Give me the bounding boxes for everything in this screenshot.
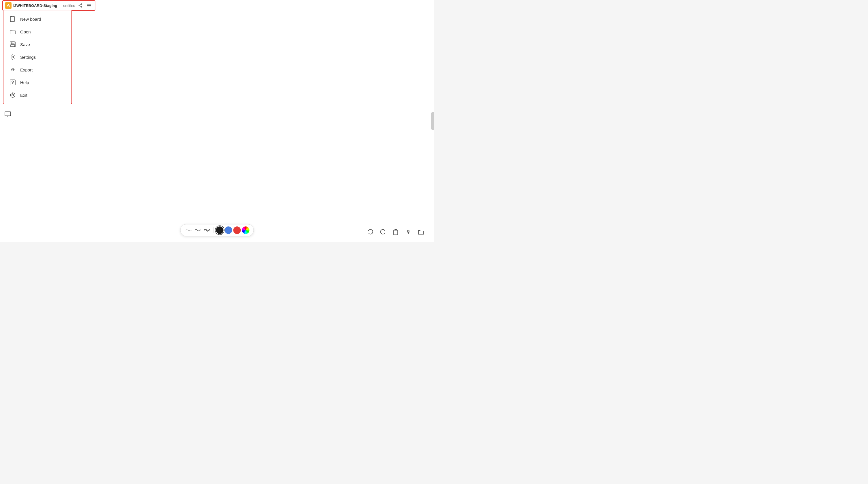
svg-point-18 bbox=[12, 84, 13, 84]
app-title-bar: i3WHITEBOARD-Staging untitled bbox=[2, 0, 95, 11]
redo-button[interactable] bbox=[379, 228, 387, 236]
svg-point-29 bbox=[407, 230, 409, 232]
menu-item-help[interactable]: Help bbox=[3, 76, 71, 89]
folder-button[interactable] bbox=[417, 228, 425, 236]
svg-point-20 bbox=[12, 94, 13, 96]
board-title-label[interactable]: untitled bbox=[63, 3, 75, 8]
menu-item-settings[interactable]: Settings bbox=[3, 51, 71, 63]
menu-label-open: Open bbox=[20, 29, 31, 34]
stroke-medium-option[interactable] bbox=[194, 226, 202, 234]
pin-button[interactable] bbox=[404, 228, 413, 236]
clipboard-button[interactable] bbox=[391, 228, 400, 236]
menu-item-exit[interactable]: Exit bbox=[3, 89, 71, 101]
svg-point-16 bbox=[12, 56, 13, 58]
clipboard-icon bbox=[393, 229, 399, 235]
exit-icon bbox=[9, 92, 16, 99]
stroke-thick-icon bbox=[204, 228, 211, 232]
svg-rect-11 bbox=[10, 17, 14, 22]
menu-label-export: Export bbox=[20, 67, 33, 72]
menu-item-save[interactable]: Save bbox=[3, 38, 71, 51]
stroke-thin-option[interactable] bbox=[185, 226, 193, 234]
color-black-button[interactable] bbox=[216, 226, 224, 234]
app-name-label: i3WHITEBOARD-Staging bbox=[13, 3, 57, 8]
svg-rect-28 bbox=[394, 230, 398, 235]
svg-rect-13 bbox=[11, 42, 14, 44]
svg-point-3 bbox=[81, 6, 82, 7]
svg-rect-25 bbox=[5, 112, 11, 116]
new-board-icon bbox=[9, 15, 16, 23]
share-icon bbox=[78, 3, 83, 8]
color-rainbow-button[interactable] bbox=[242, 226, 250, 234]
bottom-right-actions bbox=[366, 228, 425, 236]
menu-label-save: Save bbox=[20, 42, 30, 47]
help-icon bbox=[9, 79, 16, 86]
menu-label-settings: Settings bbox=[20, 55, 36, 60]
menu-label-new-board: New board bbox=[20, 17, 41, 22]
header: i3WHITEBOARD-Staging untitled bbox=[0, 0, 434, 11]
monitor-icon bbox=[4, 111, 11, 118]
color-red-button[interactable] bbox=[234, 226, 241, 234]
stroke-thick-option[interactable] bbox=[203, 226, 211, 234]
svg-rect-14 bbox=[11, 45, 15, 47]
settings-icon bbox=[9, 54, 16, 61]
menu-item-new-board[interactable]: New board bbox=[3, 13, 71, 25]
stroke-medium-icon bbox=[194, 228, 202, 232]
svg-point-4 bbox=[79, 5, 80, 6]
pin-icon bbox=[405, 229, 411, 235]
redo-icon bbox=[380, 229, 386, 235]
share-button[interactable] bbox=[77, 3, 84, 8]
color-blue-button[interactable] bbox=[225, 226, 232, 234]
svg-line-5 bbox=[80, 4, 81, 5]
monitor-button[interactable] bbox=[3, 109, 13, 119]
toolbar-divider bbox=[214, 227, 214, 233]
menu-item-open[interactable]: Open bbox=[3, 25, 71, 38]
dropdown-menu: New board Open Save bbox=[3, 10, 72, 104]
open-icon bbox=[9, 28, 16, 35]
svg-line-6 bbox=[80, 6, 81, 7]
svg-rect-7 bbox=[87, 4, 91, 4]
menu-button[interactable] bbox=[86, 3, 93, 8]
svg-rect-9 bbox=[87, 7, 91, 7]
stroke-thin-icon bbox=[185, 228, 192, 232]
export-icon bbox=[9, 66, 16, 73]
bottom-toolbar bbox=[180, 224, 254, 236]
title-divider bbox=[60, 3, 60, 8]
app-logo bbox=[5, 2, 11, 9]
folder-icon bbox=[418, 229, 424, 235]
hamburger-icon bbox=[87, 3, 91, 8]
right-edge-handle[interactable] bbox=[431, 112, 434, 130]
undo-icon bbox=[367, 229, 373, 235]
save-icon bbox=[9, 41, 16, 48]
menu-label-help: Help bbox=[20, 80, 29, 85]
menu-item-export[interactable]: Export bbox=[3, 63, 71, 76]
menu-label-exit: Exit bbox=[20, 93, 27, 98]
undo-button[interactable] bbox=[366, 228, 375, 236]
svg-point-2 bbox=[81, 4, 82, 5]
svg-rect-8 bbox=[87, 5, 91, 6]
